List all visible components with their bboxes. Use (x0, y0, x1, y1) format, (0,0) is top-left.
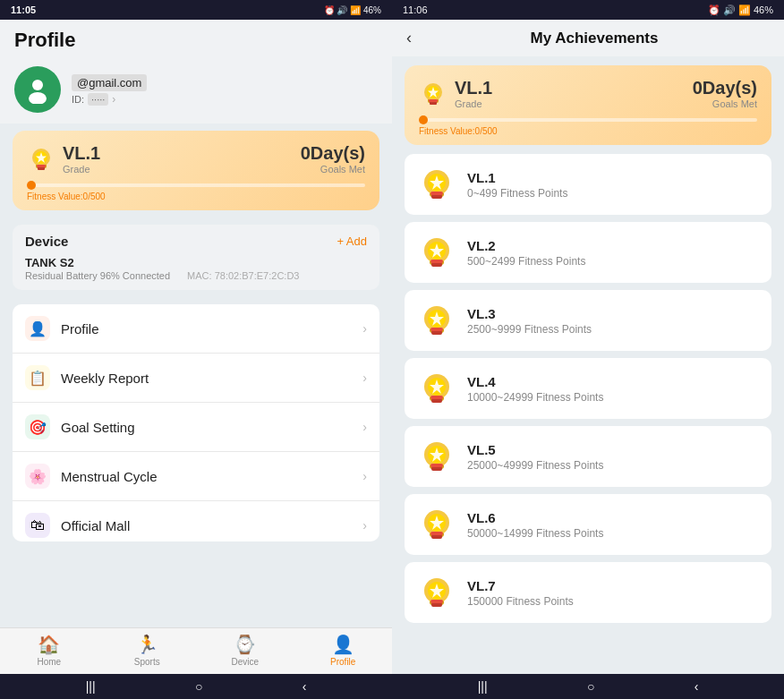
weekly-menu-icon-wrap: 📋 (25, 365, 50, 390)
svg-rect-19 (430, 192, 443, 195)
svg-rect-31 (430, 328, 443, 331)
vl4-text-block: VL.4 10000~24999 Fitness Points (467, 374, 603, 404)
device-name: TANK S2 (25, 256, 367, 269)
right-days-value: 0Day(s) (693, 78, 757, 98)
profile-id-label: ID: (72, 94, 84, 105)
device-item[interactable]: TANK S2 Residual Battery 96% Connected M… (25, 256, 367, 281)
profile-menu-icon-wrap: 👤 (25, 316, 50, 341)
sys-btn-home[interactable]: ○ (195, 679, 202, 694)
profile-nav-icon: 👤 (332, 634, 354, 655)
left-status-icons: ⏰ 🔊 📶 46% (324, 5, 381, 15)
device-nav-icon: ⌚ (234, 634, 256, 655)
right-achievement-card: VL.1 Grade 0Day(s) Goals Met Fitness Val… (405, 65, 771, 145)
left-status-icon-group: ⏰ 🔊 📶 46% (324, 5, 381, 15)
vl5-level: VL.5 (467, 442, 603, 457)
vl1-medal (417, 165, 456, 204)
left-panel: 11:05 ⏰ 🔊 📶 46% Profile @gmail.com ID: ·… (0, 0, 392, 699)
vl3-range: 2500~9999 Fitness Points (467, 323, 592, 336)
device-section: Device + Add TANK S2 Residual Battery 96… (13, 225, 379, 290)
weekly-menu-chevron: › (362, 371, 367, 385)
left-grade-text-block: VL.1 Grade (63, 143, 100, 175)
profile-menu-label: Profile (61, 321, 362, 337)
right-time: 11:06 (403, 4, 428, 15)
left-achievement-days-section: 0Day(s) Goals Met (301, 143, 365, 175)
home-nav-label: Home (37, 657, 61, 667)
sports-nav-icon: 🏃 (136, 634, 158, 655)
vl1-text-block: VL.1 0~499 Fitness Points (467, 170, 567, 200)
nav-home[interactable]: 🏠 Home (0, 634, 98, 667)
right-sys-btn-home[interactable]: ○ (587, 679, 594, 694)
menu-item-goal-setting[interactable]: 🎯 Goal Setting › (13, 403, 379, 452)
vl2-level: VL.2 (467, 238, 585, 253)
device-header: Device + Add (25, 234, 367, 249)
vl4-medal (417, 369, 456, 408)
profile-section[interactable]: @gmail.com ID: ····· › (0, 59, 392, 124)
profile-id-row: ID: ····· › (72, 93, 378, 106)
vl6-text-block: VL.6 50000~14999 Fitness Points (467, 510, 603, 540)
left-achievement-card-top: VL.1 Grade 0Day(s) Goals Met (27, 143, 365, 175)
nav-profile[interactable]: 👤 Profile (294, 634, 393, 667)
sys-btn-menu[interactable]: ||| (86, 679, 96, 694)
vl4-level: VL.4 (467, 374, 603, 389)
home-nav-icon: 🏠 (38, 634, 60, 655)
right-sys-btn-back[interactable]: ‹ (695, 679, 699, 694)
left-status-bar: 11:05 ⏰ 🔊 📶 46% (0, 0, 392, 20)
vl5-medal (417, 437, 456, 476)
profile-info: @gmail.com ID: ····· › (72, 74, 378, 106)
vl5-range: 25000~49999 Fitness Points (467, 459, 603, 472)
svg-rect-37 (430, 396, 443, 399)
achievement-item-vl7[interactable]: VL.7 150000 Fitness Points (405, 562, 771, 623)
right-grade-text-block: VL.1 Grade (455, 78, 492, 109)
bottom-nav: 🏠 Home 🏃 Sports ⌚ Device 👤 Profile (0, 627, 392, 674)
vl3-medal (417, 301, 456, 340)
achievement-item-vl2[interactable]: VL.2 500~2499 Fitness Points (405, 222, 771, 283)
add-device-button[interactable]: + Add (337, 234, 367, 248)
avatar (14, 66, 61, 113)
vl3-level: VL.3 (467, 306, 592, 321)
mall-menu-icon-wrap: 🛍 (25, 513, 50, 538)
right-achievement-days-section: 0Day(s) Goals Met (693, 78, 757, 109)
menu-item-menstrual[interactable]: 🌸 Menstrual Cycle › (13, 452, 379, 501)
profile-menu-icon: 👤 (29, 320, 47, 337)
menu-section: 👤 Profile › 📋 Weekly Report › 🎯 Goal Set… (13, 304, 379, 541)
menu-item-profile[interactable]: 👤 Profile › (13, 304, 379, 354)
menstrual-menu-chevron: › (362, 469, 367, 483)
svg-rect-25 (430, 260, 443, 263)
vl7-range: 150000 Fitness Points (467, 595, 574, 608)
profile-chevron-icon: › (112, 93, 115, 106)
device-mac: MAC: 78:02:B7:E7:2C:D3 (187, 270, 299, 281)
left-days-value: 0Day(s) (301, 143, 365, 164)
menu-item-official-mall[interactable]: 🛍 Official Mall › (13, 501, 379, 541)
achievement-item-vl1[interactable]: VL.1 0~499 Fitness Points (405, 154, 771, 215)
sports-nav-label: Sports (134, 657, 160, 667)
vl1-medal-svg (417, 165, 456, 204)
menstrual-menu-icon-wrap: 🌸 (25, 464, 50, 489)
vl4-medal-svg (417, 369, 456, 408)
achievement-item-vl4[interactable]: VL.4 10000~24999 Fitness Points (405, 358, 771, 419)
nav-device[interactable]: ⌚ Device (196, 634, 294, 667)
right-grade-value: VL.1 (455, 78, 492, 98)
menu-item-weekly-report[interactable]: 📋 Weekly Report › (13, 354, 379, 403)
vl4-range: 10000~24999 Fitness Points (467, 391, 603, 404)
vl7-medal-svg (417, 573, 456, 612)
avatar-icon (23, 75, 52, 104)
right-system-bar: ||| ○ ‹ (392, 674, 784, 699)
achievement-item-vl5[interactable]: VL.5 25000~49999 Fitness Points (405, 426, 771, 487)
left-fitness-value: Fitness Value:0/500 (27, 192, 365, 201)
profile-id-value: ····· (88, 93, 108, 106)
right-progress-track (419, 118, 757, 122)
svg-rect-7 (37, 165, 46, 167)
achievement-item-vl6[interactable]: VL.6 50000~14999 Fitness Points (405, 494, 771, 555)
achievement-item-vl3[interactable]: VL.3 2500~9999 Fitness Points (405, 290, 771, 351)
vl6-range: 50000~14999 Fitness Points (467, 527, 603, 540)
right-sys-btn-menu[interactable]: ||| (478, 679, 488, 694)
svg-rect-43 (430, 464, 443, 467)
vl5-medal-svg (417, 437, 456, 476)
right-progress-dot (419, 115, 428, 124)
back-button[interactable]: ‹ (406, 29, 412, 47)
sys-btn-back[interactable]: ‹ (303, 679, 307, 694)
right-progress-container (419, 118, 757, 122)
left-achievement-card[interactable]: VL.1 Grade 0Day(s) Goals Met Fitness Val… (13, 131, 379, 210)
svg-point-0 (32, 80, 43, 90)
nav-sports[interactable]: 🏃 Sports (98, 634, 197, 667)
